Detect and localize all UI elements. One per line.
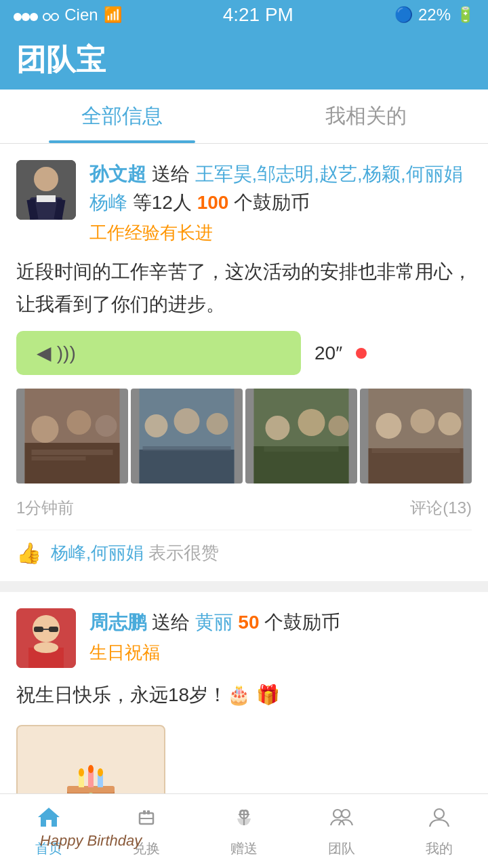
svg-rect-57 [143, 810, 146, 814]
nav-me[interactable]: 我的 [390, 794, 488, 868]
status-bar: Cien 📶 4:21 PM 🔵 22% 🔋 [0, 0, 488, 30]
post-text-1: 近段时间的工作辛苦了，这次活动的安排也非常用心，让我看到了你们的进步。 [16, 256, 472, 320]
post-meta-2: 周志鹏 送给 黄丽 50 个鼓励币 生日祝福 [89, 608, 472, 668]
post-sender-1: 孙文超 送给 王军昊,邹志明,赵艺,杨颖,何丽娟 杨峰 等12人 100 个鼓励… [89, 160, 472, 217]
post-footer-1: 1分钟前 评论(13) [16, 497, 472, 519]
nav-team[interactable]: 团队 [293, 794, 390, 868]
post-header-1: 孙文超 送给 王军昊,邹志明,赵艺,杨颖,何丽娟 杨峰 等12人 100 个鼓励… [16, 160, 472, 245]
likes-text-1: 杨峰,何丽娟 表示很赞 [51, 541, 219, 565]
svg-point-8 [32, 416, 59, 443]
photo-2[interactable] [131, 389, 243, 484]
audio-row: ◀ ))) 20″ [16, 331, 472, 375]
tab-mine[interactable]: 我相关的 [244, 90, 488, 143]
svg-rect-11 [32, 450, 113, 455]
battery-icon: 🔋 [456, 6, 474, 24]
exchange-icon [134, 805, 159, 835]
likers-1: 杨峰,何丽娟 [51, 542, 144, 563]
audio-wave-icon: ◀ ))) [37, 342, 76, 364]
tab-all[interactable]: 全部信息 [0, 90, 244, 143]
svg-point-63 [333, 810, 342, 818]
tab-bar: 全部信息 我相关的 [0, 90, 488, 144]
audio-duration: 20″ [314, 342, 342, 364]
svg-rect-24 [264, 446, 339, 452]
coins-2: 50 [238, 612, 259, 633]
svg-rect-26 [369, 448, 464, 484]
app-header: 团队宝 [0, 30, 488, 90]
post-sender-2: 周志鹏 送给 黄丽 50 个鼓励币 [89, 608, 472, 637]
nav-gift-label: 赠送 [230, 840, 258, 858]
svg-point-1 [34, 167, 58, 191]
svg-point-34 [34, 642, 58, 653]
status-right: 🔵 22% 🔋 [394, 5, 474, 24]
photo-4[interactable] [360, 389, 472, 484]
svg-rect-37 [43, 629, 49, 630]
avatar-image-2 [16, 608, 76, 668]
svg-rect-58 [147, 810, 150, 814]
svg-rect-18 [143, 446, 231, 451]
thumb-up-icon-1[interactable]: 👍 [16, 541, 41, 565]
svg-point-17 [207, 413, 228, 435]
sender-name-2: 周志鹏 [89, 612, 146, 633]
svg-rect-35 [34, 627, 43, 632]
post-text-2: 祝生日快乐，永远18岁！🎂 🎁 [16, 679, 472, 711]
post-tag-1: 工作经验有长进 [89, 221, 472, 245]
post-header-2: 周志鹏 送给 黄丽 50 个鼓励币 生日祝福 [16, 608, 472, 668]
svg-rect-5 [37, 195, 56, 202]
signal-dots [14, 5, 59, 26]
nav-home[interactable]: 首页 [0, 794, 98, 868]
post-time-1: 1分钟前 [16, 497, 74, 519]
photo-grid-1 [16, 389, 472, 484]
svg-rect-7 [25, 443, 120, 484]
svg-point-22 [298, 409, 325, 436]
svg-point-64 [342, 810, 350, 818]
svg-rect-14 [140, 450, 235, 484]
svg-point-23 [329, 416, 349, 436]
post-tag-2: 生日祝福 [89, 641, 472, 665]
app-title: 团队宝 [16, 40, 106, 80]
svg-point-9 [67, 410, 92, 435]
audio-play-button[interactable]: ◀ ))) [16, 331, 301, 375]
svg-point-54 [98, 768, 103, 776]
svg-rect-36 [49, 627, 58, 632]
svg-rect-12 [32, 456, 86, 460]
bluetooth-icon: 🔵 [394, 6, 413, 24]
battery-percent: 22% [418, 5, 451, 24]
recipients-2: 黄丽 [195, 612, 233, 633]
avatar-image-1 [16, 160, 76, 220]
svg-point-65 [434, 809, 444, 818]
post-meta-1: 孙文超 送给 王军昊,邹志明,赵艺,杨颖,何丽娟 杨峰 等12人 100 个鼓励… [89, 160, 472, 245]
svg-marker-55 [38, 808, 60, 827]
svg-point-53 [88, 765, 94, 773]
photo-1[interactable] [16, 389, 128, 484]
status-left: Cien 📶 [14, 5, 122, 26]
svg-point-16 [174, 408, 200, 434]
sender-name-1: 孙文超 [89, 163, 146, 184]
photo-3[interactable] [245, 389, 357, 484]
bottom-nav: 首页 兑换 赠送 [0, 793, 488, 868]
svg-point-21 [266, 416, 290, 440]
home-icon [37, 805, 61, 835]
birthday-card-text: Happy Birthday [40, 832, 142, 850]
team-icon [329, 805, 354, 835]
me-icon [427, 805, 451, 835]
wifi-icon: 📶 [104, 6, 122, 24]
svg-point-27 [376, 413, 402, 439]
svg-point-28 [411, 409, 435, 433]
svg-rect-20 [254, 446, 349, 484]
svg-point-29 [439, 412, 462, 435]
svg-point-10 [96, 415, 117, 437]
nav-team-label: 团队 [328, 840, 355, 858]
status-time: 4:21 PM [223, 4, 293, 26]
avatar-1 [16, 160, 76, 220]
post-comment-btn-1[interactable]: 评论(13) [410, 497, 472, 519]
nav-gift[interactable]: 赠送 [195, 794, 293, 868]
nav-exchange[interactable]: 兑换 [98, 794, 195, 868]
audio-record-dot [356, 348, 367, 359]
feed: 孙文超 送给 王军昊,邹志明,赵艺,杨颖,何丽娟 杨峰 等12人 100 个鼓励… [0, 144, 488, 868]
svg-rect-30 [372, 448, 460, 453]
likes-row-1: 👍 杨峰,何丽娟 表示很赞 [16, 530, 472, 565]
gift-icon [232, 805, 256, 835]
svg-point-15 [145, 414, 168, 437]
coins-1: 100 [197, 192, 229, 213]
post-card-1: 孙文超 送给 王军昊,邹志明,赵艺,杨颖,何丽娟 杨峰 等12人 100 个鼓励… [0, 144, 488, 581]
